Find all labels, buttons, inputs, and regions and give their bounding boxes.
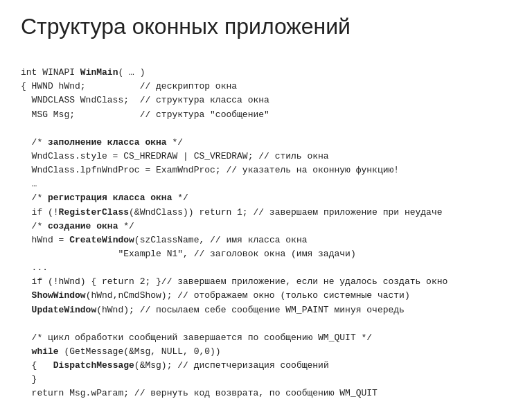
code-line-17: UpdateWindow(hWnd); // посылаем себе соо… bbox=[21, 305, 405, 315]
code-line-13: "Example N1", // заголовок окна (имя зад… bbox=[21, 249, 356, 259]
code-line-11: /* создание окна */ bbox=[21, 221, 134, 231]
code-line-4: MSG Msg; // структура "сообщение" bbox=[21, 109, 269, 120]
code-line-5: /* заполнение класса окна */ bbox=[21, 137, 183, 148]
code-line-10: if (!RegisterClass(&WndClass)) return 1;… bbox=[21, 207, 443, 218]
code-line-1: int WINAPI WinMain( … ) bbox=[21, 67, 145, 78]
code-line-3: WNDCLASS WndClass; // структура класса о… bbox=[21, 95, 269, 105]
page-title: Структура оконных приложений bbox=[21, 14, 511, 39]
code-line-22: return Msg.wParam; // вернуть код возвра… bbox=[21, 388, 378, 398]
code-line-12: hWnd = CreateWindow(szClassName, // имя … bbox=[21, 235, 307, 245]
code-line-20: { DispatchMessage(&Msg); // диспетчериза… bbox=[21, 360, 329, 371]
code-line-7: WndClass.lpfnWndProc = ExamWndProc; // у… bbox=[21, 165, 399, 175]
code-line-9: /* регистрация класса окна */ bbox=[21, 193, 188, 203]
code-line-21: } bbox=[21, 374, 37, 384]
code-line-2: { HWND hWnd; // дескриптор окна bbox=[21, 81, 237, 91]
code-line-19: while (GetMessage(&Msg, NULL, 0,0)) bbox=[21, 346, 221, 357]
code-block: int WINAPI WinMain( … ) { HWND hWnd; // … bbox=[21, 52, 511, 399]
code-line-8: … bbox=[21, 179, 37, 189]
code-line-15: if (!hWnd) { return 2; }// завершаем при… bbox=[21, 276, 447, 287]
code-line-16: ShowWindow(hWnd,nCmdShow); // отображаем… bbox=[21, 290, 410, 301]
code-line-18: /* цикл обработки сообщений завершается … bbox=[21, 332, 372, 343]
code-line-6: WndClass.style = CS_HREDRAW | CS_VREDRAW… bbox=[21, 151, 329, 161]
code-line-14: ... bbox=[21, 263, 48, 273]
